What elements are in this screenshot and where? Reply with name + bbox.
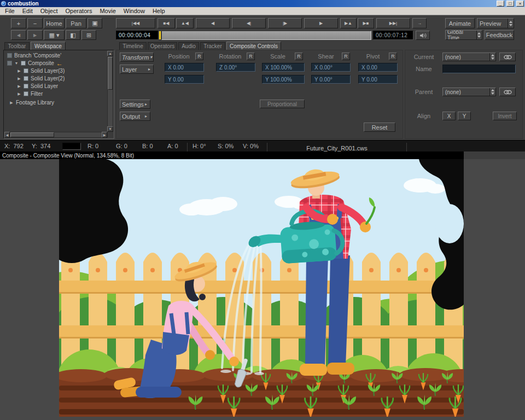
position-reset-button[interactable]: R <box>195 52 203 60</box>
nav-back-button[interactable]: ◀ <box>11 30 26 40</box>
expander-icon[interactable]: ▶ <box>17 92 21 96</box>
tab-timeline[interactable]: Timeline <box>119 42 147 50</box>
time-caret[interactable] <box>159 31 161 39</box>
parent-stepper[interactable] <box>489 88 495 96</box>
position-x-field[interactable]: X 0.00 <box>165 63 204 72</box>
scroll-left-button[interactable]: ◀ <box>4 132 10 138</box>
pivot-x-field[interactable]: X 0.00 <box>358 63 398 72</box>
layer-menu-button[interactable]: Layer ▸ <box>120 65 154 74</box>
split-view-button[interactable]: ◧ <box>66 30 80 40</box>
tree-item-solid-layer[interactable]: ▶ Solid Layer <box>17 83 58 90</box>
step-back-button[interactable]: ◀ <box>196 18 230 28</box>
tab-toolbar[interactable]: Toolbar <box>4 42 30 50</box>
stop-back-button[interactable]: ■◀ <box>158 18 175 28</box>
tab-workspace[interactable]: Workspace <box>31 42 66 50</box>
time-scrub-bar[interactable] <box>161 31 371 40</box>
preview-dropdown[interactable]: Preview <box>477 18 514 28</box>
expander-icon[interactable]: ▶ <box>9 101 14 105</box>
align-y-button[interactable]: Y <box>458 112 471 120</box>
current-link-button[interactable] <box>499 52 516 61</box>
tab-tracker[interactable]: Tracker <box>200 42 225 50</box>
position-y-field[interactable]: Y 0.00 <box>165 75 204 84</box>
close-button[interactable]: × <box>516 1 524 7</box>
current-stepper[interactable] <box>489 53 495 61</box>
align-x-button[interactable]: X <box>442 112 456 120</box>
scale-x-field[interactable]: X 100.00% <box>262 63 305 72</box>
scroll-up-button[interactable]: ▲ <box>107 51 113 56</box>
current-dropdown[interactable]: (none) <box>442 52 496 61</box>
go-to-start-button[interactable]: |◀◀ <box>116 18 155 28</box>
zoom-out-button[interactable]: − <box>27 18 43 28</box>
parent-dropdown[interactable]: (none) <box>442 88 496 96</box>
composite-image[interactable] <box>59 159 464 417</box>
animate-button[interactable]: Animate <box>445 18 475 28</box>
frame-back-button[interactable]: ◀| <box>232 18 266 28</box>
record-button[interactable]: ▶■ <box>358 18 374 28</box>
zoom-in-button[interactable]: + <box>11 18 26 28</box>
minimize-button[interactable]: _ <box>497 1 504 7</box>
preview-stepper[interactable] <box>508 19 514 28</box>
transform-menu-button[interactable]: Transform ▾ <box>120 52 154 62</box>
menu-file[interactable]: File <box>1 7 19 15</box>
tab-composite-controls[interactable]: Composite Controls <box>226 42 281 50</box>
pan-button[interactable]: Pan <box>66 18 86 28</box>
shear-reset-button[interactable]: R <box>342 52 350 60</box>
shear-x-field[interactable]: X 0.00° <box>311 63 351 72</box>
menu-help[interactable]: Help <box>149 7 169 15</box>
tree-item-footage-library[interactable]: ▶ Footage Library <box>9 99 54 106</box>
visibility-icon[interactable] <box>7 61 12 66</box>
scroll-thumb[interactable] <box>10 132 54 137</box>
play-reverse-button[interactable]: ▲◀ <box>176 18 194 28</box>
scale-reset-button[interactable]: R <box>295 52 303 60</box>
maximize-button[interactable]: □ <box>506 1 514 7</box>
parent-link-button[interactable] <box>499 88 516 96</box>
next-marker-button[interactable]: → <box>412 18 427 28</box>
nav-forward-button[interactable]: ▶ <box>27 30 43 40</box>
reset-button[interactable]: Reset <box>364 122 395 132</box>
menu-movie[interactable]: Movie <box>96 7 119 15</box>
invert-button[interactable]: Invert <box>493 112 517 120</box>
scroll-right-button[interactable]: ▶ <box>102 132 107 138</box>
scroll-thumb[interactable] <box>108 57 113 90</box>
global-time-stepper[interactable] <box>476 31 482 39</box>
proportional-toggle[interactable]: Proportional <box>260 100 305 108</box>
layer-view-icon-button[interactable]: ▣ <box>88 18 102 28</box>
tree-root[interactable]: Branch 'Composite' <box>7 52 61 59</box>
menu-edit[interactable]: Edit <box>19 7 37 15</box>
current-time-field[interactable]: 00:00:00:04 <box>116 31 159 40</box>
tree-item-solid-layer-3[interactable]: ▶ Solid Layer(3) <box>17 67 65 74</box>
menu-window[interactable]: Window <box>120 7 149 15</box>
global-time-dropdown[interactable]: Global Time <box>445 30 482 40</box>
tree-item-filter[interactable]: ▶ Filter <box>17 90 43 97</box>
settings-menu-button[interactable]: Settings ▸ <box>120 100 150 109</box>
scale-y-field[interactable]: Y 100.00% <box>262 75 305 84</box>
expander-icon[interactable]: ▼ <box>14 61 19 65</box>
quad-view-button[interactable]: ⊞ <box>81 30 96 40</box>
step-forward-button[interactable]: ▶ <box>304 18 338 28</box>
tab-audio[interactable]: Audio <box>178 42 199 50</box>
output-menu-button[interactable]: Output ▸ <box>120 112 150 121</box>
go-to-end-button[interactable]: ▶▶| <box>376 18 410 28</box>
home-button[interactable]: Home <box>44 18 65 28</box>
tree-item-solid-layer-2[interactable]: ▶ Solid Layer(2) <box>17 75 65 82</box>
tree-item-composite[interactable]: ▼ Composite ← <box>7 60 63 67</box>
pivot-reset-button[interactable]: R <box>389 52 397 60</box>
tab-operators[interactable]: Operators <box>148 42 177 50</box>
audio-mute-button[interactable] <box>416 31 430 40</box>
name-field[interactable] <box>442 65 516 73</box>
scroll-down-button[interactable]: ▼ <box>107 126 113 132</box>
composite-viewport[interactable] <box>0 159 525 420</box>
feedback-button[interactable]: Feedback <box>485 30 514 40</box>
rotation-reset-button[interactable]: R <box>247 52 255 60</box>
expander-icon[interactable]: ▶ <box>17 84 21 89</box>
rotation-z-field[interactable]: Z 0.00° <box>216 63 255 72</box>
menu-operators[interactable]: Operators <box>62 7 96 15</box>
expander-icon[interactable]: ▶ <box>17 77 21 81</box>
play-button[interactable]: ▶▲ <box>340 18 357 28</box>
expander-icon[interactable]: ▶ <box>17 69 21 73</box>
view-layout-dropdown[interactable]: ▦ ▾ <box>44 30 65 40</box>
pivot-y-field[interactable]: Y 0.00 <box>358 75 398 84</box>
menu-object[interactable]: Object <box>37 7 62 15</box>
frame-forward-button[interactable]: |▶ <box>268 18 302 28</box>
shear-y-field[interactable]: Y 0.00° <box>311 75 351 84</box>
